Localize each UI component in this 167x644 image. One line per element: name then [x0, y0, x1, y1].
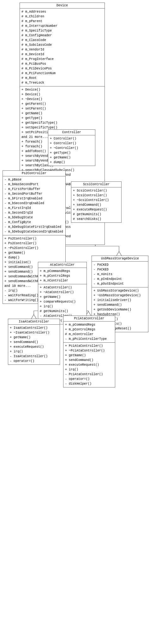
isaatacontroller-methods: + IsaAtaController() + ~IsaAtaController… [8, 325, 60, 364]
pciatacontroller-box: PciAtaController + m_pCommandRegs + m_pC… [63, 316, 115, 387]
atacontroller-title: AtaController [38, 262, 86, 268]
isaatacontroller-box: IsaAtaController + IsaAtaController() + … [8, 319, 60, 365]
scsicontroller-box: ScsiController + ScsiController() + Scsi… [71, 181, 122, 223]
pciatacontroller-attributes: + m_pCommandRegs + m_pControlRegs # m_nC… [63, 322, 115, 343]
pciatacontroller-title: PciAtaController [63, 316, 115, 322]
controller-title: Controller [48, 130, 95, 135]
usbmassstorage-attributes: - PACKED - PACKED - m_nUnits - m_pInEndp… [92, 262, 148, 287]
usbmassstorage-title: UsbMassStorageDevice [92, 256, 148, 262]
scsicontroller-methods: + ScsiController() + ScsiController() + … [71, 187, 121, 222]
ps2controller-attributes: - m_pBase - m_bHasSecondPort - m_FirstPo… [3, 176, 65, 235]
controller-methods: + Controller() + Controller() + ~Control… [48, 135, 95, 166]
scsicontroller-title: ScsiController [71, 182, 121, 187]
device-attributes: # m_Addresses # m_Children # m_pParent #… [20, 9, 104, 86]
isaatacontroller-title: IsaAtaController [8, 319, 60, 325]
device-title: Device [20, 3, 104, 9]
atacontroller-box: AtaController + m_pCommandRegs + m_pCont… [38, 262, 87, 324]
atacontroller-attributes: + m_pCommandRegs + m_pControlRegs + m_nC… [38, 268, 86, 284]
controller-box: Controller + Controller() + Controller()… [48, 129, 95, 166]
diagram-container: Device # m_Addresses # m_Children # m_pP… [0, 0, 167, 644]
pciatacontroller-methods: + PciAtaController() + ~PciAtaController… [63, 343, 115, 387]
ps2controller-title: Ps2Controller [3, 171, 65, 176]
